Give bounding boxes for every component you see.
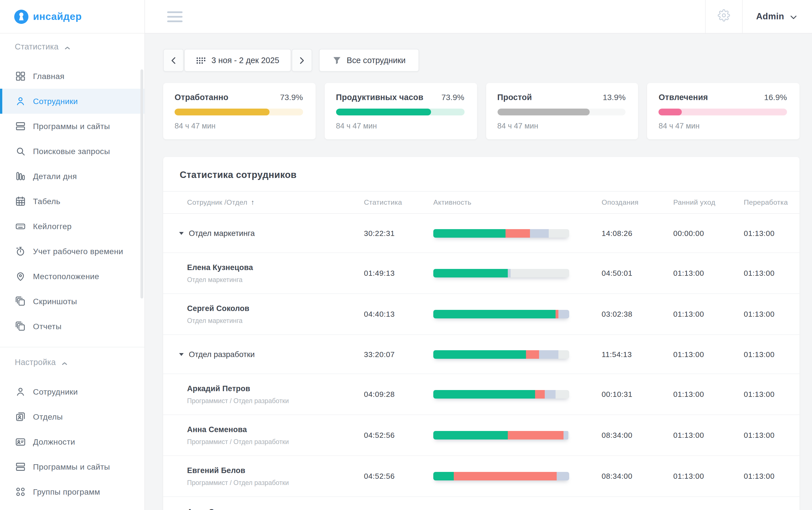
item-label: Сотрудники [33, 387, 78, 396]
sidebar-scrollbar[interactable] [141, 69, 143, 299]
date-next-button[interactable] [292, 49, 312, 72]
table-row-employee[interactable]: Евгений Белов Программист / Отдел разраб… [163, 456, 800, 497]
item-label: Скриншоты [33, 297, 77, 306]
row-role: Программист / Отдел разработки [187, 397, 364, 404]
bars-icon [15, 171, 26, 182]
item-label: Группы программ [33, 487, 100, 497]
activity-productive-segment [433, 229, 505, 237]
section-items: Главная Сотрудники Программы и сайты Пои… [0, 64, 144, 339]
sidebar-item-search[interactable]: Поисковые запросы [0, 139, 144, 164]
chevron-up-icon [62, 358, 67, 367]
date-range-button[interactable]: 3 ноя - 2 дек 2025 [184, 49, 291, 72]
activity-idle-segment [508, 269, 511, 277]
cell-late: 11:54:13 [602, 350, 673, 358]
cell-stats: 04:09:28 [364, 390, 433, 398]
item-label: Детали дня [33, 172, 77, 181]
apps-icon [15, 121, 26, 132]
row-name: Анна Семенова [187, 425, 364, 434]
row-role: Программист / Отдел разработки [187, 438, 364, 445]
cell-early_leave: 01:13:00 [673, 269, 744, 277]
card-time: 84 ч 47 мин [175, 122, 303, 130]
cell-stats: 01:49:13 [364, 269, 433, 277]
main-area: Admin [145, 0, 812, 510]
column-header-stats: Статистика [364, 199, 433, 206]
table-row-employee[interactable]: Сергей Соколов Отдел маркетинга 04:40:13… [163, 294, 800, 335]
activity-bar [433, 350, 569, 358]
card-time: 84 ч 47 мин [497, 122, 626, 130]
table-row-employee[interactable]: Елена Кузнецова Отдел маркетинга 01:49:1… [163, 253, 800, 294]
funnel-icon [332, 56, 341, 64]
menu-toggle-button[interactable] [166, 9, 184, 24]
summary-card: Простой 13.9% 84 ч 47 мин [486, 83, 638, 139]
card-progress-track [659, 109, 787, 115]
table-row-employee[interactable]: Аркадий Петров Программист / Отдел разра… [163, 374, 800, 415]
sidebar-item-user[interactable]: Сотрудники [0, 89, 144, 114]
table-row-group[interactable]: Отдел разработки 33:20:07 11:54:13 01:13… [163, 335, 800, 374]
settings-gear-button[interactable] [706, 0, 742, 33]
card-time: 84 ч 47 мин [659, 122, 787, 130]
activity-idle-segment [539, 350, 558, 358]
card-percent: 13.9% [603, 93, 626, 102]
column-header-overtime: Переработка [744, 199, 788, 206]
row-role: Отдел маркетинга [187, 317, 364, 324]
summary-cards: Отработанно 73.9% 84 ч 47 мин Продуктивн… [163, 83, 800, 139]
app-root: инсайдер Статистика Главная Сотрудники П… [0, 0, 812, 510]
sidebar-item-stopwatch[interactable]: Учет рабочего времени [0, 239, 144, 264]
sidebar-item-departments[interactable]: Отделы [0, 404, 144, 429]
sidebar-item-bars[interactable]: Детали дня [0, 164, 144, 189]
date-prev-button[interactable] [163, 49, 184, 72]
activity-idle-segment [564, 431, 568, 440]
activity-productive-segment [433, 269, 508, 277]
activity-distraction-segment [535, 390, 545, 398]
table-row-employee[interactable]: Анна Семенова Программист / Отдел разраб… [163, 497, 800, 510]
item-label: Программы и сайты [33, 462, 110, 472]
card-percent: 16.9% [764, 93, 787, 102]
content: 3 ноя - 2 дек 2025 Все сотрудники Отрабо… [145, 34, 812, 510]
sidebar-item-dashboard[interactable]: Главная [0, 64, 144, 89]
section-items: Сотрудники Отделы Должности Программы и … [0, 379, 144, 504]
card-progress-track [497, 109, 626, 115]
stopwatch-icon [15, 246, 26, 257]
item-label: Должности [33, 437, 75, 447]
activity-distraction-segment [454, 472, 557, 480]
cell-overtime: 01:13:00 [744, 269, 788, 277]
card-percent: 73.9% [280, 93, 303, 102]
sidebar-item-apps[interactable]: Программы и сайты [0, 454, 144, 479]
column-header-employee[interactable]: Сотрудник /Отдел ↑ [187, 199, 364, 206]
card-title: Продуктивных часов [336, 93, 424, 102]
sidebar-section-header[interactable]: Статистика [15, 42, 129, 51]
item-label: Местоположение [33, 272, 99, 281]
card-progress-fill [497, 109, 590, 115]
table-row-employee[interactable]: Анна Семенова Программист / Отдел разраб… [163, 415, 800, 456]
cell-early_leave: 01:13:00 [673, 390, 744, 398]
sidebar-item-reports[interactable]: Отчеты [0, 314, 144, 339]
chevron-up-icon [65, 42, 70, 51]
sidebar-item-calendar[interactable]: Табель [0, 189, 144, 214]
section-label: Настройка [15, 358, 56, 367]
reports-icon [15, 321, 26, 332]
card-title: Простой [497, 93, 532, 102]
item-label: Главная [33, 72, 64, 81]
employee-stats-panel: Статистика сотрудников Сотрудник /Отдел … [163, 157, 800, 510]
cell-stats: 04:52:56 [364, 472, 433, 480]
sidebar-section: Статистика Главная Сотрудники Программы … [0, 42, 144, 339]
user-menu[interactable]: Admin [743, 0, 812, 33]
table-row-group[interactable]: Отдел маркетинга 30:22:31 14:08:26 00:00… [163, 214, 800, 253]
sidebar-section-header[interactable]: Настройка [15, 358, 129, 367]
sidebar-item-groups[interactable]: Группы программ [0, 479, 144, 504]
card-progress-fill [175, 109, 269, 115]
activity-distraction-segment [526, 350, 539, 358]
sidebar-item-keyboard[interactable]: Кейлоггер [0, 214, 144, 239]
sidebar-item-badge[interactable]: Должности [0, 429, 144, 454]
sidebar-item-user[interactable]: Сотрудники [0, 379, 144, 404]
sidebar-item-screenshots[interactable]: Скриншоты [0, 289, 144, 314]
collapse-triangle-icon[interactable] [179, 232, 184, 235]
item-label: Учет рабочего времени [33, 247, 123, 256]
search-icon [15, 146, 26, 157]
sidebar-item-apps[interactable]: Программы и сайты [0, 114, 144, 139]
sort-ascending-icon: ↑ [251, 199, 255, 206]
employee-filter-button[interactable]: Все сотрудники [319, 49, 419, 72]
activity-distraction-segment [555, 310, 558, 319]
sidebar-item-location[interactable]: Местоположение [0, 264, 144, 289]
collapse-triangle-icon[interactable] [179, 353, 184, 356]
